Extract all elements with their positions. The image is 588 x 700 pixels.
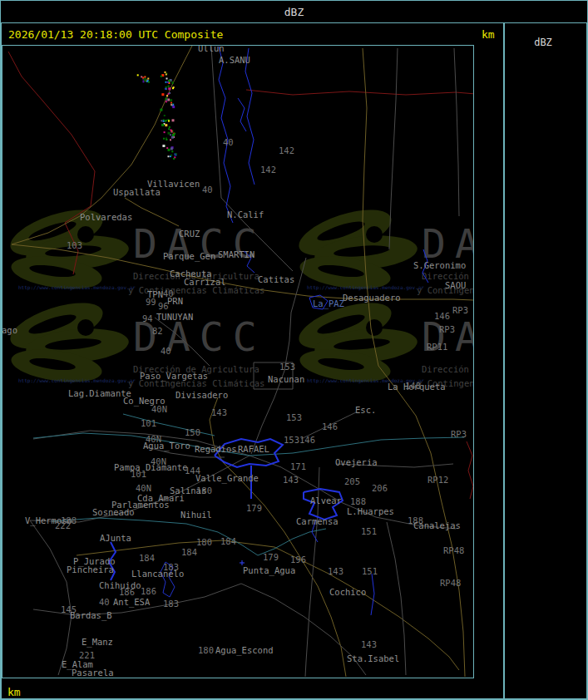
map-place-label: 144 bbox=[185, 466, 200, 476]
map-place-label: 184 bbox=[139, 553, 155, 563]
map-place-label: AJunta bbox=[100, 533, 131, 543]
map-place-label: Alvear bbox=[310, 495, 342, 505]
map-place-label: L.Huarpes bbox=[347, 506, 394, 516]
map-place-label: 103 bbox=[67, 240, 82, 250]
map-place-label: Agua_Toro bbox=[143, 441, 190, 451]
y-axis-unit-label: km bbox=[482, 28, 495, 41]
map-place-label: 40 bbox=[163, 288, 174, 298]
map-place-label: 99 bbox=[146, 297, 156, 307]
map-place-label: Paso_Vargetas bbox=[140, 371, 208, 382]
map-place-label: 184 bbox=[220, 536, 236, 546]
map-place-label: Esc. bbox=[355, 405, 376, 415]
map-place-label: RP48 bbox=[440, 578, 461, 588]
window-title: dBZ bbox=[284, 6, 304, 18]
map-place-label: Parque_Gen bbox=[163, 251, 215, 262]
map-place-label: 179 bbox=[246, 503, 262, 513]
map-place-label: 40N bbox=[151, 456, 166, 466]
map-place-label: 40N bbox=[136, 483, 151, 493]
map-place-label: SMARTIN bbox=[218, 249, 254, 259]
map-place-label: 96 bbox=[158, 301, 169, 311]
map-place-label: Catitas bbox=[258, 274, 294, 284]
map-place-label: 180 bbox=[196, 537, 212, 547]
map-place-label: Carrizal bbox=[184, 277, 226, 287]
svg-text:http://www.contingencias.mendo: http://www.contingencias.mendoza.gov.ar bbox=[18, 284, 136, 291]
map-place-label: Valle_Grande bbox=[195, 473, 259, 484]
map-place-label: 180 bbox=[198, 645, 214, 655]
svg-text:DACC: DACC bbox=[133, 313, 266, 360]
map-place-label: SAOU bbox=[445, 280, 466, 290]
map-place-label: Nacunan bbox=[268, 374, 304, 384]
map-place-label: Regadios bbox=[195, 444, 237, 454]
map-echoes bbox=[137, 71, 177, 160]
timestamp: 2026/01/13 20:18:00 UTC Composite bbox=[8, 28, 223, 41]
map-place-label: Sta.Isabel bbox=[347, 653, 399, 663]
map-place-label: 146 bbox=[434, 311, 450, 321]
map-watermark: DACCDirección de Agriculturay Contingenc… bbox=[5, 200, 473, 388]
map-place-label: 150 bbox=[185, 427, 200, 437]
map-place-label: 40 bbox=[223, 137, 234, 147]
map-place-label: Ant_ESA bbox=[113, 597, 151, 608]
map-place-label: 143 bbox=[283, 475, 299, 485]
map-place-label: 180 bbox=[196, 486, 212, 495]
map-place-label: RAFAEL bbox=[238, 444, 269, 454]
map-place-label: CRUZ bbox=[179, 229, 200, 239]
map-place-label: 186 bbox=[119, 587, 135, 597]
map-place-label: E_Manz bbox=[82, 637, 113, 648]
title-bar: dBZ bbox=[0, 0, 588, 23]
map-place-label: ago bbox=[2, 325, 17, 335]
map-place-label: 143 bbox=[361, 639, 377, 649]
map-place-label: N.Calif bbox=[227, 210, 264, 219]
map-place-label: 143 bbox=[328, 566, 343, 576]
svg-text:http://www.contingencias.mendo: http://www.contingencias.mendoza.gov.ar bbox=[307, 284, 424, 291]
map-place-label: 188 bbox=[350, 496, 366, 506]
map-place-label: 94 bbox=[142, 313, 153, 323]
map-place-label: 142 bbox=[279, 145, 294, 155]
map-place-label: 196 bbox=[290, 555, 306, 564]
map-roads bbox=[30, 47, 459, 677]
map-place-label: 186 bbox=[141, 586, 156, 596]
map-place-label: Ullun bbox=[198, 46, 225, 53]
map-place-label: Canalejas bbox=[413, 520, 461, 530]
map-place-label: Desaguadero bbox=[343, 293, 401, 303]
map-rivers-teal bbox=[33, 414, 464, 555]
map-place-label: Agua_Escond bbox=[215, 645, 274, 656]
map-place-label: 179 bbox=[263, 552, 279, 562]
map-place-label: Uspallata bbox=[113, 187, 161, 197]
map-place-label: 101 bbox=[141, 418, 156, 428]
radar-window: dBZ 2026/01/13 20:18:00 UTC Composite km… bbox=[0, 0, 588, 700]
map-place-label: 171 bbox=[290, 461, 306, 471]
map-place-label: 184 bbox=[181, 547, 197, 557]
map-place-label: La_PAZ bbox=[313, 298, 344, 309]
map-place-label: 151 bbox=[362, 566, 378, 576]
map-place-label: TUNUYAN bbox=[156, 312, 193, 322]
map-place-label: 40 bbox=[99, 597, 110, 607]
map-place-label: S.Geronimo bbox=[413, 260, 466, 270]
map-place-label: RP3 bbox=[452, 305, 468, 315]
map-place-label: 40 bbox=[202, 185, 213, 195]
map-place-label: RP3 bbox=[451, 429, 467, 439]
map-place-label: 151 bbox=[361, 526, 377, 536]
map-place-label: 40 bbox=[161, 346, 171, 356]
map-place-label: Polvaredas bbox=[80, 212, 132, 222]
map-place-label: Carmensa bbox=[296, 516, 338, 526]
map-place-label: 146 bbox=[299, 435, 315, 445]
map-place-label: 82 bbox=[152, 326, 163, 336]
map-place-label: Pincheira bbox=[67, 564, 114, 574]
map-place-label: 183 bbox=[163, 599, 179, 609]
map-place-label: 153 bbox=[279, 362, 295, 372]
map-place-label: 143 bbox=[211, 407, 227, 417]
map-place-label: 142 bbox=[260, 165, 276, 175]
map-place-label: Bardas_B bbox=[70, 610, 112, 621]
map-place-label: 146 bbox=[322, 421, 338, 431]
map-place-label: 206 bbox=[372, 483, 388, 493]
map-place-label: Divisadero bbox=[175, 390, 228, 400]
map-place-label: 153 bbox=[286, 412, 302, 422]
scale-title: dBZ bbox=[526, 37, 560, 48]
map-place-label: RP3 bbox=[439, 324, 455, 334]
panel-divider bbox=[503, 23, 505, 700]
map-place-label: 222 bbox=[55, 520, 71, 530]
map-place-label: Nihuil bbox=[180, 510, 212, 520]
radar-map: DACCDirección de Agriculturay Contingenc… bbox=[2, 46, 473, 678]
map-place-label: Sosneado bbox=[92, 507, 135, 517]
map-place-label: 148 bbox=[405, 381, 421, 391]
